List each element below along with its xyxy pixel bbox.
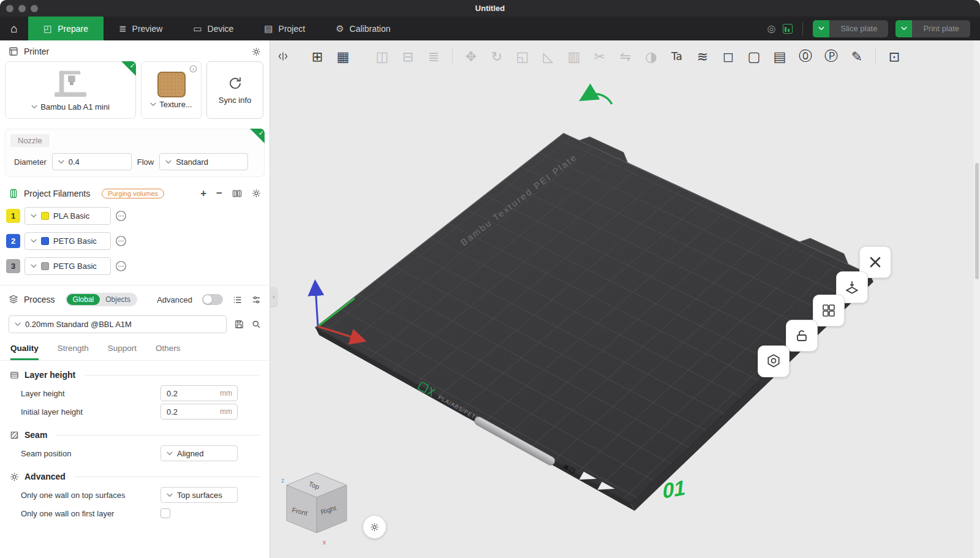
- sidebar: Printer ✓ Bambu Lab A1 mini: [0, 40, 270, 558]
- setting-label: Only one wall on first layer: [21, 509, 160, 518]
- purging-volumes-badge[interactable]: Purging volumes: [102, 189, 164, 198]
- save-preset-icon[interactable]: [235, 320, 244, 329]
- remove-filament-button[interactable]: −: [216, 188, 222, 198]
- layers-view-tool[interactable]: ▤: [767, 43, 793, 69]
- filament-select-3[interactable]: PETG Basic: [24, 257, 111, 275]
- group-title: Advanced: [24, 472, 66, 481]
- process-tab-support[interactable]: Support: [108, 344, 137, 360]
- minimize-window-button[interactable]: [18, 5, 26, 12]
- ruler-tool[interactable]: ✎: [844, 43, 870, 69]
- sidebar-collapse-handle[interactable]: ‹: [270, 287, 277, 306]
- setting-value: Top surfaces: [177, 491, 222, 500]
- scope-objects[interactable]: Objects: [100, 294, 136, 305]
- filament-select-1[interactable]: PLA Basic: [24, 207, 111, 225]
- plate-type-card[interactable]: Texture...: [141, 61, 202, 119]
- filament-list: 1PLA Basic2PETG Basic3PETG Basic: [0, 203, 270, 284]
- sync-icon: [227, 75, 243, 93]
- view-settings-button[interactable]: [363, 516, 386, 538]
- assembly-tool[interactable]: ⊡: [881, 43, 907, 69]
- filament-menu-icon[interactable]: [115, 235, 127, 247]
- arrange-all-tool: ⊟: [395, 43, 421, 69]
- arrange-button[interactable]: [813, 295, 845, 326]
- add-filament-button[interactable]: +: [200, 188, 206, 198]
- add-object-tool[interactable]: ⊞: [304, 43, 330, 69]
- preset-row: 0.20mm Standard @BBL A1M: [0, 311, 270, 339]
- setting-label: Initial layer height: [21, 407, 160, 417]
- process-tab-quality[interactable]: Quality: [10, 344, 39, 360]
- build-plate-canvas[interactable]: Bambu Textured PEI Plate PLA/ABS/PETG: [270, 40, 980, 558]
- tune-icon[interactable]: [252, 295, 261, 304]
- collapse-sidebar-icon[interactable]: [277, 51, 288, 61]
- scale-tool: ◱: [510, 43, 535, 69]
- nozzle-diameter-select[interactable]: 0.4: [52, 153, 132, 170]
- printer-section-header: Printer: [0, 40, 270, 61]
- only-one-wall-on-first-layer-checkbox[interactable]: [160, 508, 170, 518]
- settings-button[interactable]: [758, 345, 790, 377]
- advanced-toggle[interactable]: [202, 294, 223, 305]
- process-tab-others[interactable]: Others: [156, 344, 181, 360]
- search-icon[interactable]: [252, 320, 261, 329]
- parameter-list-icon[interactable]: [233, 295, 242, 304]
- filament-sync-icon[interactable]: [232, 189, 242, 198]
- mesh-cube-tool[interactable]: ◻: [715, 43, 741, 69]
- process-preset-select[interactable]: 0.20mm Standard @BBL A1M: [9, 315, 227, 333]
- connection-status-icon[interactable]: ◎: [767, 23, 776, 34]
- project-icon: ▤: [264, 23, 273, 34]
- tab-device[interactable]: ▭Device: [178, 17, 249, 40]
- tab-prepare[interactable]: ◰Prepare: [28, 17, 104, 40]
- layer-height-input[interactable]: 0.2mm: [160, 385, 238, 401]
- info-icon[interactable]: [189, 65, 197, 75]
- scrollbar-thumb[interactable]: [975, 163, 979, 279]
- slice-plate-dropdown[interactable]: [813, 20, 829, 37]
- tab-calibration[interactable]: ⚙Calibration: [320, 17, 405, 40]
- viewport[interactable]: Bambu Textured PEI Plate PLA/ABS/PETG: [270, 40, 980, 558]
- only-one-wall-on-top-surfaces-select[interactable]: Top surfaces: [160, 487, 238, 503]
- delete-icon: [868, 255, 883, 270]
- process-tab-strength[interactable]: Strength: [58, 344, 89, 360]
- viewport-scrollbar[interactable]: [974, 40, 980, 558]
- nozzle-settings-row: Diameter 0.4 Flow Standard: [10, 153, 259, 170]
- setting-row-only-one-wall-on-top-surfaces: Only one wall on top surfacesTop surface…: [0, 486, 270, 504]
- text-tool-tool[interactable]: Ta: [664, 43, 690, 69]
- print-plate-dropdown[interactable]: [895, 20, 912, 37]
- filament-menu-icon[interactable]: [115, 210, 127, 222]
- filament-icon: [9, 189, 18, 198]
- scope-global[interactable]: Global: [67, 294, 100, 305]
- lock-button[interactable]: [786, 320, 818, 352]
- measure-p-tool[interactable]: Ⓟ: [818, 43, 844, 69]
- prepare-label: Prepare: [58, 24, 88, 34]
- filament-menu-icon[interactable]: [115, 260, 127, 272]
- nozzle-diameter-value: 0.4: [69, 157, 80, 167]
- printer-settings-gear-icon[interactable]: [252, 47, 261, 56]
- settings-icon: [766, 353, 782, 369]
- group-rule: [75, 477, 260, 477]
- filaments-section-header: Project Filaments Purging volumes + −: [0, 182, 270, 203]
- printer-card[interactable]: ✓ Bambu Lab A1 mini: [5, 61, 136, 119]
- slice-plate-button[interactable]: Slice plate: [813, 20, 888, 37]
- tab-preview[interactable]: ≣Preview: [104, 17, 178, 40]
- tab-project[interactable]: ▤Project: [249, 17, 320, 40]
- home-button[interactable]: ⌂: [0, 17, 28, 40]
- arrange-plate-tool: ◫: [369, 43, 395, 69]
- variable-layer-height-tool[interactable]: ≋: [690, 43, 715, 69]
- preview-icon: ≣: [119, 23, 127, 34]
- settings-groups: Layer heightLayer height0.2mmInitial lay…: [0, 361, 270, 522]
- setting-row-initial-layer-height: Initial layer height0.2mm: [0, 402, 270, 421]
- add-plate-tool[interactable]: ▦: [330, 43, 356, 69]
- flow-select[interactable]: Standard: [159, 153, 248, 170]
- filament-settings-gear-icon[interactable]: [252, 189, 261, 198]
- device-status-icon[interactable]: [783, 24, 793, 34]
- sync-info-button[interactable]: Sync info: [206, 61, 263, 119]
- close-window-button[interactable]: [6, 5, 13, 12]
- measure-o-tool[interactable]: ⓪: [793, 43, 818, 69]
- process-scope-toggle[interactable]: Global Objects: [66, 293, 137, 306]
- chevron-down-icon: [165, 160, 172, 164]
- select-frame-tool[interactable]: ▢: [741, 43, 767, 69]
- filament-select-2[interactable]: PETG Basic: [24, 232, 111, 250]
- navigation-cube[interactable]: Top Front Right z x: [281, 469, 352, 546]
- initial-layer-height-input[interactable]: 0.2mm: [160, 404, 238, 420]
- zoom-window-button[interactable]: [31, 5, 38, 12]
- seam-position-select[interactable]: Aligned: [160, 445, 238, 461]
- filament-item-2: 2PETG Basic: [6, 232, 138, 250]
- print-plate-button[interactable]: Print plate: [895, 20, 970, 37]
